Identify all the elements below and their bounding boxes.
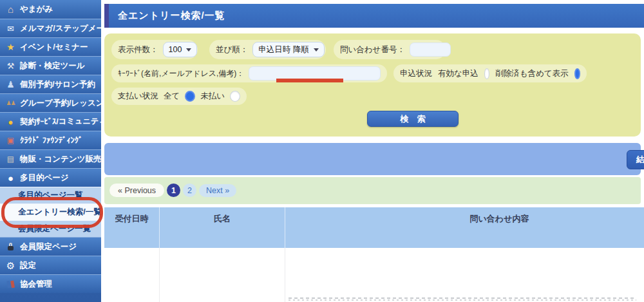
sidebar-item-mailmag[interactable]: メルマガ/ステップメール xyxy=(0,19,101,37)
column-header-date: 受付日時 xyxy=(104,207,160,248)
sidebar-item-group-yoyaku[interactable]: グループ予約/レッスン予約 xyxy=(0,93,101,112)
keyword-group: ｷｰﾜｰﾄﾞ(名前,メールアドレス,備考)： xyxy=(111,64,387,82)
tools-icon xyxy=(5,61,16,71)
sidebar-item-keiyaku-community[interactable]: 契約ｻｰﾋﾞｽ/コミュニティ xyxy=(0,112,101,131)
sidebar-item-label: 協会管理 xyxy=(20,279,52,290)
table-column-divider xyxy=(285,248,285,302)
sidebar-item-crowdfunding[interactable]: ｸﾗｳﾄﾞ ﾌｧｳﾝﾃﾞｨﾝｸﾞ xyxy=(0,131,101,149)
page-header: 全エントリー検索/一覧 xyxy=(104,4,644,28)
lock-icon xyxy=(5,241,16,252)
sort-order-value: 申込日時 降順 xyxy=(258,44,308,55)
payment-status-label: 支払い状況 xyxy=(118,91,158,102)
sidebar-item-event-seminar[interactable]: イベント/セミナー xyxy=(0,37,101,56)
sort-order-group: 並び順： 申込日時 降順 xyxy=(209,40,326,59)
display-count-select[interactable]: 100 xyxy=(163,42,198,57)
clipped-table-row xyxy=(289,297,636,301)
apply-status-group: 申込状況 有効な申込 削除済も含めて表示 xyxy=(393,64,587,82)
sidebar-item-shindan-tool[interactable]: 診断・検定ツール xyxy=(0,56,101,75)
pagination: « Previous 1 2 Next » xyxy=(109,184,236,197)
apply-status-option-label: 削除済も含めて表示 xyxy=(495,68,568,79)
search-panel: 表示件数： 100 並び順： 申込日時 降順 問い合わせ番号： ｷｰﾜｰﾄﾞ(名… xyxy=(104,33,641,137)
sidebar: やまがみメルマガ/ステップメールイベント/セミナー診断・検定ツール個別予約/サロ… xyxy=(0,0,101,302)
payment-status-group: 支払い状況 全て 未払い xyxy=(111,88,247,105)
medal-icon xyxy=(5,117,16,127)
keyword-label: ｷｰﾜｰﾄﾞ(名前,メールアドレス,備考)： xyxy=(118,68,244,79)
sidebar-item-kaiin-page[interactable]: 会員限定ページ xyxy=(0,237,101,256)
column-header-name: 氏名 xyxy=(160,207,285,248)
sort-order-select[interactable]: 申込日時 降順 xyxy=(252,42,324,57)
apply-status-include-deleted-radio[interactable] xyxy=(574,68,580,79)
group-icon xyxy=(5,98,16,108)
sidebar-subitem-tamokuteki-ichiran[interactable]: 多目的ページ一覧 xyxy=(0,187,101,203)
header-accent-strip xyxy=(104,4,109,28)
shop-icon xyxy=(5,154,16,164)
payment-status-option-label: 全て xyxy=(164,91,180,102)
apply-status-option-label: 有効な申込 xyxy=(438,68,478,79)
keyword-input[interactable] xyxy=(249,66,381,80)
sidebar-item-tamokuteki-page[interactable]: 多目的ページ xyxy=(0,168,101,187)
pagination-previous[interactable]: « Previous xyxy=(109,184,164,197)
sidebar-subitem-label: 会員限定ページ一覧 xyxy=(18,223,91,234)
pagination-band: « Previous 1 2 Next » xyxy=(104,177,641,204)
sidebar-item-label: 物販・コンテンツ販売 xyxy=(20,154,101,165)
sidebar-subitem-label: 多目的ページ一覧 xyxy=(18,190,83,201)
apply-status-label: 申込状況 xyxy=(400,68,432,79)
inquiry-number-label: 問い合わせ番号： xyxy=(340,44,405,55)
sidebar-item-label: やまがみ xyxy=(20,4,53,15)
person-icon xyxy=(5,79,16,90)
results-button[interactable]: 結果 xyxy=(627,150,644,169)
sidebar-item-settings[interactable]: 設定 xyxy=(0,256,101,274)
gear-icon xyxy=(5,260,16,270)
pagination-next[interactable]: Next » xyxy=(199,184,236,197)
sidebar-subitem-label: 全エントリー検索/一覧 xyxy=(18,207,102,218)
page-title: 全エントリー検索/一覧 xyxy=(118,10,225,22)
table-column-divider xyxy=(159,248,160,302)
pagination-page-2[interactable]: 2 xyxy=(183,184,196,197)
sidebar-subitem-kaiin-page-ichiran[interactable]: 会員限定ページ一覧 xyxy=(0,220,101,237)
sidebar-item-label: 診断・検定ツール xyxy=(20,61,85,71)
speech-bubble-icon xyxy=(5,173,16,183)
payment-status-option-label: 未払い xyxy=(200,91,225,102)
sidebar-menu: やまがみメルマガ/ステップメールイベント/セミナー診断・検定ツール個別予約/サロ… xyxy=(0,0,101,293)
inquiry-number-group: 問い合わせ番号： xyxy=(334,40,446,59)
books-icon xyxy=(5,279,16,289)
sidebar-item-label: 多目的ページ xyxy=(20,173,69,184)
inquiry-number-input[interactable] xyxy=(410,42,451,57)
chevron-down-icon xyxy=(186,48,191,52)
mail-icon xyxy=(5,23,16,33)
sidebar-item-label: イベント/セミナー xyxy=(20,42,88,53)
display-count-group: 表示件数： 100 xyxy=(111,40,198,59)
display-count-label: 表示件数： xyxy=(118,44,158,55)
search-button[interactable]: 検 索 xyxy=(367,111,459,127)
app-window: やまがみメルマガ/ステップメールイベント/セミナー診断・検定ツール個別予約/サロ… xyxy=(0,0,644,302)
sidebar-item-label: 個別予約/サロン予約 xyxy=(20,79,95,90)
sidebar-item-label: メルマガ/ステップメール xyxy=(20,23,113,34)
payment-status-all-radio[interactable] xyxy=(185,91,195,102)
sidebar-subitem-zen-entry-search[interactable]: 全エントリー検索/一覧 xyxy=(0,203,101,220)
sidebar-item-kobetsu-yoyaku[interactable]: 個別予約/サロン予約 xyxy=(0,75,101,93)
payment-status-unpaid-radio[interactable] xyxy=(230,91,240,102)
chevron-down-icon xyxy=(314,48,319,52)
sidebar-item-home[interactable]: やまがみ xyxy=(0,0,101,19)
pagination-page-1[interactable]: 1 xyxy=(167,184,180,197)
sidebar-item-label: ｸﾗｳﾄﾞ ﾌｧｳﾝﾃﾞｨﾝｸﾞ xyxy=(20,136,82,145)
sidebar-item-label: 設定 xyxy=(20,260,36,271)
sidebar-item-label: 契約ｻｰﾋﾞｽ/コミュニティ xyxy=(20,117,107,127)
star-icon xyxy=(5,42,16,52)
table-header: 受付日時 氏名 問い合わせ内容 xyxy=(104,207,644,248)
home-icon xyxy=(5,5,16,15)
robot-icon xyxy=(5,135,16,146)
results-bar: 結果 xyxy=(104,143,641,175)
sidebar-item-buppan-contents[interactable]: 物販・コンテンツ販売 xyxy=(0,149,101,168)
apply-status-valid-radio[interactable] xyxy=(484,68,489,79)
sidebar-item-kyokai-kanri[interactable]: 協会管理 xyxy=(0,274,101,293)
display-count-value: 100 xyxy=(169,45,182,54)
column-header-inquiry: 問い合わせ内容 xyxy=(285,207,644,248)
sort-order-label: 並び順： xyxy=(216,44,248,55)
sidebar-item-label: 会員限定ページ xyxy=(20,241,77,252)
